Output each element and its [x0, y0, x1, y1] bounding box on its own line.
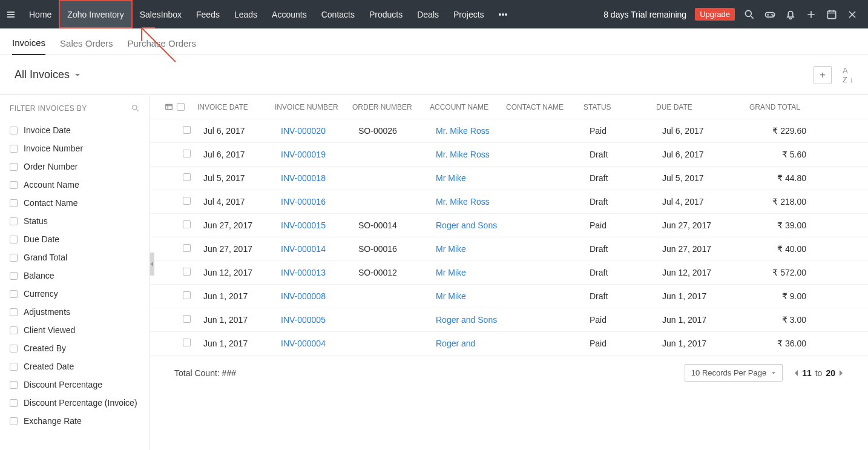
filter-discount-percentage-invoice-[interactable]: Discount Percentage (Invoice) — [10, 394, 140, 412]
calendar-icon[interactable] — [826, 8, 838, 21]
nav-more-icon[interactable]: ••• — [492, 10, 515, 19]
cell-account-link[interactable]: Roger and Sons — [432, 315, 508, 325]
table-row[interactable]: Jul 4, 2017INV-000016Mr. Mike RossDraftJ… — [150, 190, 868, 214]
filter-grand-total[interactable]: Grand Total — [10, 248, 140, 266]
checkbox[interactable] — [10, 272, 18, 280]
filter-search-icon[interactable] — [131, 104, 140, 113]
menu-icon[interactable] — [0, 10, 22, 19]
table-row[interactable]: Jul 6, 2017INV-000019Mr. Mike RossDraftJ… — [150, 143, 868, 167]
table-row[interactable]: Jun 1, 2017INV-000005Roger and SonsPaidJ… — [150, 308, 868, 332]
row-checkbox[interactable] — [183, 197, 191, 205]
sort-button[interactable]: AZ ↓ — [843, 66, 853, 84]
page-size-select[interactable]: 10 Records Per Page — [685, 364, 783, 382]
checkbox[interactable] — [10, 417, 18, 425]
row-checkbox[interactable] — [183, 244, 191, 252]
checkbox[interactable] — [10, 326, 18, 334]
cell-account-link[interactable]: Mr Mike — [432, 291, 508, 301]
table-row[interactable]: Jun 27, 2017INV-000014SO-00016Mr MikeDra… — [150, 237, 868, 261]
filter-client-viewed[interactable]: Client Viewed — [10, 321, 140, 339]
checkbox[interactable] — [10, 308, 18, 316]
cell-invoice-link[interactable]: INV-000016 — [277, 197, 355, 207]
checkbox[interactable] — [10, 381, 18, 389]
cell-invoice-link[interactable]: INV-000005 — [277, 315, 355, 325]
cell-account-link[interactable]: Mr Mike — [432, 268, 508, 277]
tab-invoices[interactable]: Invoices — [12, 38, 45, 55]
filter-created-date[interactable]: Created Date — [10, 357, 140, 376]
cell-account-link[interactable]: Mr. Mike Ross — [432, 150, 508, 159]
nav-accounts[interactable]: Accounts — [265, 0, 314, 28]
filter-discount-percentage[interactable]: Discount Percentage — [10, 376, 140, 394]
nav-zoho-inventory[interactable]: Zoho Inventory — [59, 0, 132, 28]
th-invoice-number[interactable]: INVOICE NUMBER — [271, 103, 349, 111]
filter-order-number[interactable]: Order Number — [10, 157, 140, 176]
th-order-number[interactable]: ORDER NUMBER — [349, 103, 426, 111]
pager-next-icon[interactable] — [839, 369, 844, 377]
tab-purchase-orders[interactable]: Purchase Orders — [128, 38, 196, 55]
table-row[interactable]: Jul 5, 2017INV-000018Mr MikeDraftJul 5, … — [150, 167, 868, 190]
filter-adjustments[interactable]: Adjustments — [10, 303, 140, 321]
checkbox[interactable] — [10, 345, 18, 352]
checkbox[interactable] — [10, 236, 18, 243]
nav-salesinbox[interactable]: SalesInbox — [133, 0, 189, 28]
th-invoice-date[interactable]: INVOICE DATE — [194, 103, 271, 111]
nav-projects[interactable]: Projects — [446, 0, 492, 28]
search-icon[interactable] — [743, 8, 755, 21]
view-dropdown[interactable]: All Invoices — [15, 68, 81, 81]
table-row[interactable]: Jun 1, 2017INV-000008Mr MikeDraftJun 1, … — [150, 285, 868, 308]
add-button[interactable]: + — [814, 66, 832, 84]
sidebar-collapse-handle[interactable] — [150, 253, 154, 276]
column-config-icon[interactable] — [161, 103, 177, 111]
filter-invoice-number[interactable]: Invoice Number — [10, 139, 140, 157]
filter-status[interactable]: Status — [10, 212, 140, 230]
th-account-name[interactable]: ACCOUNT NAME — [426, 103, 502, 111]
plus-icon[interactable] — [805, 8, 817, 21]
cell-invoice-link[interactable]: INV-000019 — [277, 150, 355, 159]
cell-account-link[interactable]: Mr Mike — [432, 244, 508, 254]
nav-contacts[interactable]: Contacts — [314, 0, 362, 28]
upgrade-button[interactable]: Upgrade — [695, 8, 735, 21]
th-due-date[interactable]: DUE DATE — [653, 103, 737, 111]
row-checkbox[interactable] — [183, 339, 191, 346]
checkbox[interactable] — [10, 145, 18, 153]
row-checkbox[interactable] — [183, 220, 191, 228]
cell-account-link[interactable]: Mr. Mike Ross — [432, 126, 508, 136]
filter-due-date[interactable]: Due Date — [10, 230, 140, 248]
bell-icon[interactable] — [784, 8, 797, 21]
cell-invoice-link[interactable]: INV-000014 — [277, 244, 355, 254]
tab-sales-orders[interactable]: Sales Orders — [60, 38, 113, 55]
row-checkbox[interactable] — [183, 291, 191, 299]
cell-account-link[interactable]: Mr. Mike Ross — [432, 197, 508, 207]
tools-icon[interactable] — [846, 8, 858, 21]
filter-created-by[interactable]: Created By — [10, 339, 140, 357]
th-contact-name[interactable]: CONTACT NAME — [502, 103, 580, 111]
row-checkbox[interactable] — [183, 173, 191, 181]
cell-invoice-link[interactable]: INV-000004 — [277, 339, 355, 348]
row-checkbox[interactable] — [183, 268, 191, 276]
nav-deals[interactable]: Deals — [410, 0, 446, 28]
filter-currency[interactable]: Currency — [10, 285, 140, 303]
row-checkbox[interactable] — [183, 315, 191, 323]
nav-feeds[interactable]: Feeds — [189, 0, 227, 28]
table-row[interactable]: Jun 1, 2017INV-000004Roger andPaidJun 1,… — [150, 332, 868, 356]
pager-prev-icon[interactable] — [794, 369, 798, 377]
nav-home[interactable]: Home — [22, 0, 59, 28]
checkbox[interactable] — [10, 199, 18, 207]
cell-invoice-link[interactable]: INV-000020 — [277, 126, 355, 136]
row-checkbox[interactable] — [183, 126, 191, 134]
select-all-checkbox[interactable] — [177, 103, 185, 111]
checkbox[interactable] — [10, 127, 18, 134]
checkbox[interactable] — [10, 163, 18, 171]
checkbox[interactable] — [10, 290, 18, 298]
filter-account-name[interactable]: Account Name — [10, 176, 140, 194]
cell-invoice-link[interactable]: INV-000013 — [277, 268, 355, 277]
filter-invoice-date[interactable]: Invoice Date — [10, 121, 140, 139]
cell-account-link[interactable]: Roger and Sons — [432, 220, 508, 230]
checkbox[interactable] — [10, 254, 18, 262]
nav-leads[interactable]: Leads — [227, 0, 265, 28]
cell-account-link[interactable]: Mr Mike — [432, 173, 508, 183]
table-row[interactable]: Jun 12, 2017INV-000013SO-00012Mr MikeDra… — [150, 261, 868, 285]
checkbox[interactable] — [10, 181, 18, 189]
filter-exchange-rate[interactable]: Exchange Rate — [10, 412, 140, 430]
row-checkbox[interactable] — [183, 150, 191, 157]
gamepad-icon[interactable] — [764, 8, 776, 21]
